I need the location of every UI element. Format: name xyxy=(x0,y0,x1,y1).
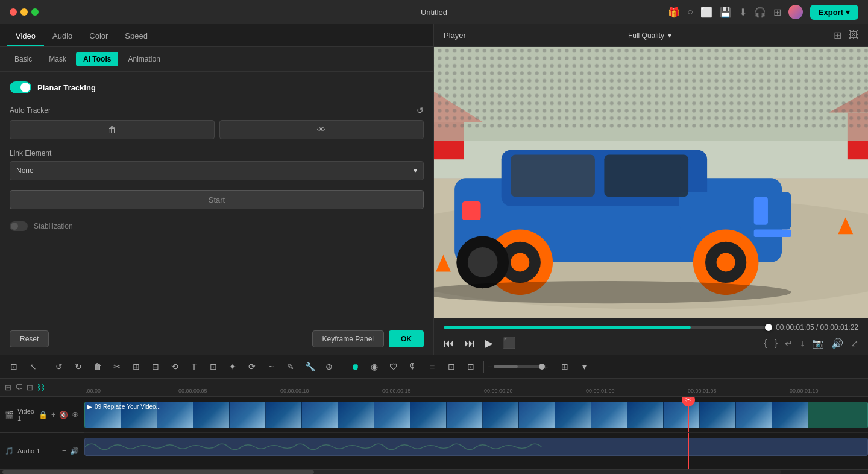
video-track-num-icon: 🎬 xyxy=(5,411,14,419)
stabilization-toggle[interactable] xyxy=(10,221,28,231)
toolbar-ripple[interactable]: ~ xyxy=(262,358,280,376)
quality-selector[interactable]: Full Quality ▾ xyxy=(628,31,671,40)
toolbar-redo[interactable]: ↻ xyxy=(69,358,87,376)
svg-point-26 xyxy=(434,281,791,303)
scrollbar-track[interactable] xyxy=(2,470,781,474)
audio-clip[interactable] xyxy=(84,438,868,456)
clip-frame-18 xyxy=(700,402,736,428)
audio-track-row xyxy=(84,433,868,469)
delete-tracker-btn[interactable]: 🗑 xyxy=(10,120,215,139)
audio-add-icon[interactable]: + xyxy=(62,447,66,455)
close-button[interactable] xyxy=(10,8,17,16)
video-clip[interactable]: ▶ 09 Replace Your Video... xyxy=(84,402,868,428)
clip-frame-7 xyxy=(302,402,338,428)
mark-out-icon[interactable]: } xyxy=(775,338,778,349)
progress-bar[interactable] xyxy=(444,326,769,329)
tab-speed[interactable]: Speed xyxy=(116,27,156,46)
start-button[interactable]: Start xyxy=(10,190,424,209)
toolbar-effects[interactable]: ✦ xyxy=(224,358,242,376)
toolbar-camera[interactable]: ◉ xyxy=(365,358,383,376)
user-avatar[interactable] xyxy=(788,5,803,19)
mark-in-icon[interactable]: { xyxy=(764,338,767,349)
tab-audio[interactable]: Audio xyxy=(44,27,81,46)
toolbar-narration[interactable]: ≡ xyxy=(423,358,441,376)
headphone-icon[interactable]: 🎧 xyxy=(754,7,766,18)
monitor-icon[interactable]: ⬜ xyxy=(700,7,712,18)
minimize-button[interactable] xyxy=(20,8,28,16)
toolbar-record[interactable]: ⏺ xyxy=(346,358,364,376)
mute-icon[interactable]: 🔇 xyxy=(59,411,68,419)
link-track-icon[interactable]: ⛓ xyxy=(37,383,45,392)
skip-back-icon[interactable]: ⏮ xyxy=(444,337,454,350)
play-icon[interactable]: ▶ xyxy=(485,337,493,350)
toolbar-crop[interactable]: ⊞ xyxy=(127,358,145,376)
refresh-icon[interactable]: ↺ xyxy=(417,106,424,115)
circle-icon[interactable]: ○ xyxy=(687,7,693,17)
toolbar-shield[interactable]: 🛡 xyxy=(385,358,403,376)
add-subtitle-icon[interactable]: ⊡ xyxy=(27,383,33,392)
insert-icon[interactable]: ↵ xyxy=(785,338,793,349)
toolbar-undo[interactable]: ↺ xyxy=(50,358,68,376)
grid-view-icon[interactable]: ⊞ xyxy=(834,30,841,41)
subtab-mask[interactable]: Mask xyxy=(42,52,74,66)
subtab-basic[interactable]: Basic xyxy=(7,52,39,66)
player-controls: 00:00:01:05 / 00:00:01:22 ⏮ ⏭ ▶ ⬛ { } ↵ … xyxy=(434,318,868,355)
tracker-buttons: 🗑 👁 xyxy=(10,120,424,139)
maximize-button[interactable] xyxy=(31,8,39,16)
volume-icon[interactable]: 🔊 xyxy=(831,338,843,349)
ruler-mark-3: 00:00:00:15 xyxy=(382,388,411,394)
toolbar-trim[interactable]: ⊟ xyxy=(146,358,165,376)
reset-button[interactable]: Reset xyxy=(10,330,49,347)
toolbar-select-tool[interactable]: ⊡ xyxy=(5,358,23,376)
scrollbar-thumb[interactable] xyxy=(2,470,314,474)
lock-icon[interactable]: 🔒 xyxy=(39,411,48,419)
snapshot-icon[interactable]: 📷 xyxy=(812,338,824,349)
clip-frame-16 xyxy=(627,402,664,428)
toolbar-placeholder[interactable]: ⊡ xyxy=(204,358,222,376)
stop-icon[interactable]: ⬛ xyxy=(503,337,516,350)
frame-back-icon[interactable]: ⏭ xyxy=(464,337,475,350)
toolbar-split[interactable]: ✂ xyxy=(108,358,126,376)
download-icon[interactable]: ⬇ xyxy=(739,7,747,18)
overwrite-icon[interactable]: ↓ xyxy=(800,338,805,349)
subtab-animation[interactable]: Animation xyxy=(121,52,167,66)
toolbar-layout[interactable]: ⊞ xyxy=(556,358,574,376)
zoom-slider[interactable] xyxy=(494,365,542,368)
add-track-icon[interactable]: + xyxy=(51,411,55,419)
subtab-ai-tools[interactable]: AI Tools xyxy=(76,52,118,66)
toolbar-more[interactable]: ▾ xyxy=(575,358,593,376)
ok-button[interactable]: OK xyxy=(389,330,424,347)
export-button[interactable]: Export ▾ xyxy=(810,5,858,20)
eye-tracker-btn[interactable]: 👁 xyxy=(219,120,424,139)
toolbar-pointer-tool[interactable]: ↖ xyxy=(24,358,42,376)
eye-track-icon[interactable]: 👁 xyxy=(72,411,79,419)
toolbar-loop[interactable]: ⟲ xyxy=(166,358,184,376)
toolbar-text[interactable]: T xyxy=(185,358,203,376)
stabilization-label: Stabilization xyxy=(34,222,73,230)
planar-tracking-toggle[interactable] xyxy=(10,81,31,93)
toolbar-pip[interactable]: ⊡ xyxy=(442,358,461,376)
save-icon[interactable]: 💾 xyxy=(720,7,732,18)
toolbar-delete[interactable]: 🗑 xyxy=(89,358,107,376)
gift-icon[interactable]: 🎁 xyxy=(668,7,680,18)
toolbar-mic[interactable]: 🎙 xyxy=(404,358,422,376)
toolbar-audio-track[interactable]: ⊡ xyxy=(462,358,480,376)
toolbar-marker[interactable]: ✎ xyxy=(281,358,300,376)
zoom-out-icon[interactable]: − xyxy=(488,362,492,371)
link-element-select[interactable]: None ▾ xyxy=(10,161,424,180)
grid-icon[interactable]: ⊞ xyxy=(773,7,781,18)
toolbar-add[interactable]: ⊕ xyxy=(320,358,338,376)
link-element-section: Link Element None ▾ xyxy=(10,149,424,180)
total-time: 00:00:01:22 xyxy=(820,323,858,332)
toolbar-settings2[interactable]: 🔧 xyxy=(301,358,319,376)
tab-color[interactable]: Color xyxy=(81,27,116,46)
add-video-track-icon[interactable]: ⊞ xyxy=(5,383,11,392)
tab-video[interactable]: Video xyxy=(7,27,44,46)
toolbar-transform[interactable]: ⟳ xyxy=(243,358,261,376)
add-caption-icon[interactable]: 🗨 xyxy=(15,383,23,392)
audio-vol-icon[interactable]: 🔊 xyxy=(70,447,79,455)
image-icon[interactable]: 🖼 xyxy=(849,30,858,41)
full-screen-icon[interactable]: ⤢ xyxy=(851,338,858,349)
clip-frame-3 xyxy=(157,402,193,428)
keyframe-panel-button[interactable]: Keyframe Panel xyxy=(312,330,384,347)
